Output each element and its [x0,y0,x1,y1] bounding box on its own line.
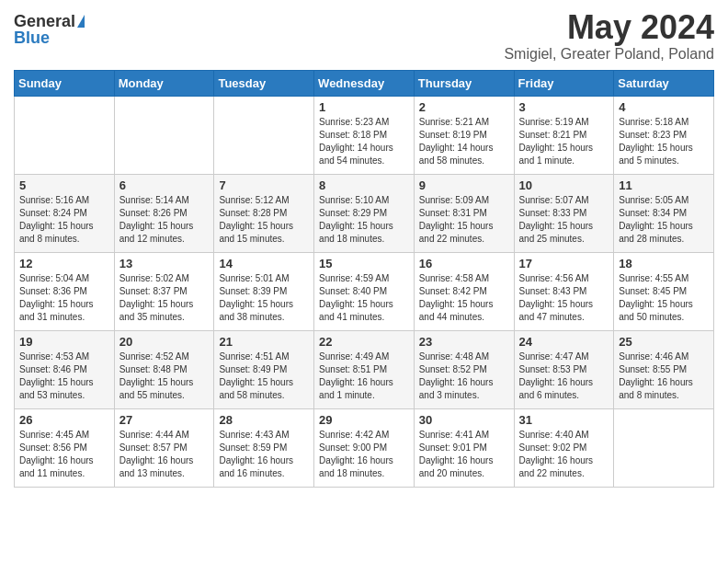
calendar-cell [15,96,115,174]
day-info: Sunrise: 4:45 AM Sunset: 8:56 PM Dayligh… [19,429,109,480]
day-number: 6 [119,178,210,192]
month-title: May 2024 [504,9,714,46]
calendar-cell: 17Sunrise: 4:56 AM Sunset: 8:43 PM Dayli… [514,252,614,330]
col-friday: Friday [514,70,614,96]
logo-triangle-icon [77,15,85,28]
calendar-cell: 9Sunrise: 5:09 AM Sunset: 8:31 PM Daylig… [414,174,514,252]
calendar-cell: 22Sunrise: 4:49 AM Sunset: 8:51 PM Dayli… [314,330,415,408]
calendar-week-5: 26Sunrise: 4:45 AM Sunset: 8:56 PM Dayli… [15,408,714,487]
day-number: 29 [319,413,409,427]
day-number: 20 [119,335,210,349]
day-number: 12 [19,257,109,270]
day-info: Sunrise: 5:18 AM Sunset: 8:23 PM Dayligh… [619,116,709,167]
calendar-cell [214,96,314,174]
day-number: 13 [119,257,210,270]
day-number: 7 [219,178,309,192]
day-number: 18 [619,257,709,270]
location-title: Smigiel, Greater Poland, Poland [504,46,714,63]
calendar-cell: 24Sunrise: 4:47 AM Sunset: 8:53 PM Dayli… [514,330,614,408]
calendar-cell: 5Sunrise: 5:16 AM Sunset: 8:24 PM Daylig… [15,174,115,252]
calendar-week-1: 1Sunrise: 5:23 AM Sunset: 8:18 PM Daylig… [15,96,714,174]
day-number: 15 [319,257,409,270]
day-info: Sunrise: 5:10 AM Sunset: 8:29 PM Dayligh… [319,194,409,246]
day-number: 17 [519,257,609,270]
day-number: 14 [219,257,309,270]
col-wednesday: Wednesday [314,70,415,96]
calendar-week-4: 19Sunrise: 4:53 AM Sunset: 8:46 PM Dayli… [15,330,714,408]
calendar-cell: 18Sunrise: 4:55 AM Sunset: 8:45 PM Dayli… [614,252,714,330]
calendar-cell: 29Sunrise: 4:42 AM Sunset: 9:00 PM Dayli… [314,408,415,487]
day-number: 31 [519,413,609,427]
day-info: Sunrise: 5:19 AM Sunset: 8:21 PM Dayligh… [519,116,609,167]
day-number: 9 [419,178,509,192]
day-info: Sunrise: 4:59 AM Sunset: 8:40 PM Dayligh… [319,272,409,324]
calendar-cell [614,408,714,487]
day-info: Sunrise: 4:52 AM Sunset: 8:48 PM Dayligh… [119,350,210,402]
calendar-cell: 27Sunrise: 4:44 AM Sunset: 8:57 PM Dayli… [114,408,214,487]
calendar-cell: 20Sunrise: 4:52 AM Sunset: 8:48 PM Dayli… [114,330,214,408]
calendar-week-2: 5Sunrise: 5:16 AM Sunset: 8:24 PM Daylig… [15,174,714,252]
day-info: Sunrise: 4:58 AM Sunset: 8:42 PM Dayligh… [419,272,509,324]
calendar-cell: 7Sunrise: 5:12 AM Sunset: 8:28 PM Daylig… [214,174,314,252]
calendar-cell: 6Sunrise: 5:14 AM Sunset: 8:26 PM Daylig… [114,174,214,252]
col-tuesday: Tuesday [214,70,314,96]
day-info: Sunrise: 5:01 AM Sunset: 8:39 PM Dayligh… [219,272,309,324]
day-info: Sunrise: 5:07 AM Sunset: 8:33 PM Dayligh… [519,194,609,246]
day-info: Sunrise: 4:43 AM Sunset: 8:59 PM Dayligh… [219,429,309,480]
logo-general-text: General [14,13,75,29]
calendar-header-row: Sunday Monday Tuesday Wednesday Thursday… [15,70,714,96]
day-number: 24 [519,335,609,349]
day-info: Sunrise: 4:49 AM Sunset: 8:51 PM Dayligh… [319,350,409,402]
day-number: 4 [619,100,709,114]
day-info: Sunrise: 5:21 AM Sunset: 8:19 PM Dayligh… [419,116,509,167]
day-number: 25 [619,335,709,349]
day-info: Sunrise: 4:44 AM Sunset: 8:57 PM Dayligh… [119,429,210,480]
calendar-cell: 21Sunrise: 4:51 AM Sunset: 8:49 PM Dayli… [214,330,314,408]
day-number: 2 [419,100,509,114]
calendar-cell: 14Sunrise: 5:01 AM Sunset: 8:39 PM Dayli… [214,252,314,330]
day-number: 23 [419,335,509,349]
logo-blue-text: Blue [14,29,50,46]
day-info: Sunrise: 5:04 AM Sunset: 8:36 PM Dayligh… [19,272,109,324]
day-info: Sunrise: 4:48 AM Sunset: 8:52 PM Dayligh… [419,350,509,402]
day-info: Sunrise: 4:56 AM Sunset: 8:43 PM Dayligh… [519,272,609,324]
day-info: Sunrise: 5:16 AM Sunset: 8:24 PM Dayligh… [19,194,109,246]
calendar-table: Sunday Monday Tuesday Wednesday Thursday… [14,70,714,488]
day-number: 1 [319,100,409,114]
calendar-cell: 31Sunrise: 4:40 AM Sunset: 9:02 PM Dayli… [514,408,614,487]
title-area: May 2024 Smigiel, Greater Poland, Poland [504,9,714,63]
day-info: Sunrise: 4:46 AM Sunset: 8:55 PM Dayligh… [619,350,709,402]
calendar-cell: 11Sunrise: 5:05 AM Sunset: 8:34 PM Dayli… [614,174,714,252]
calendar-cell: 2Sunrise: 5:21 AM Sunset: 8:19 PM Daylig… [414,96,514,174]
calendar-cell: 10Sunrise: 5:07 AM Sunset: 8:33 PM Dayli… [514,174,614,252]
calendar-cell: 26Sunrise: 4:45 AM Sunset: 8:56 PM Dayli… [15,408,115,487]
day-number: 26 [19,413,109,427]
calendar-cell: 19Sunrise: 4:53 AM Sunset: 8:46 PM Dayli… [15,330,115,408]
day-info: Sunrise: 5:09 AM Sunset: 8:31 PM Dayligh… [419,194,509,246]
day-number: 21 [219,335,309,349]
calendar-week-3: 12Sunrise: 5:04 AM Sunset: 8:36 PM Dayli… [15,252,714,330]
day-info: Sunrise: 4:51 AM Sunset: 8:49 PM Dayligh… [219,350,309,402]
calendar-cell: 30Sunrise: 4:41 AM Sunset: 9:01 PM Dayli… [414,408,514,487]
calendar-cell: 3Sunrise: 5:19 AM Sunset: 8:21 PM Daylig… [514,96,614,174]
day-number: 30 [419,413,509,427]
col-sunday: Sunday [15,70,115,96]
col-saturday: Saturday [614,70,714,96]
logo: General Blue [14,9,85,46]
day-info: Sunrise: 4:40 AM Sunset: 9:02 PM Dayligh… [519,429,609,480]
day-number: 10 [519,178,609,192]
day-info: Sunrise: 4:53 AM Sunset: 8:46 PM Dayligh… [19,350,109,402]
calendar-cell: 8Sunrise: 5:10 AM Sunset: 8:29 PM Daylig… [314,174,415,252]
day-info: Sunrise: 4:42 AM Sunset: 9:00 PM Dayligh… [319,429,409,480]
day-info: Sunrise: 5:23 AM Sunset: 8:18 PM Dayligh… [319,116,409,167]
day-info: Sunrise: 5:02 AM Sunset: 8:37 PM Dayligh… [119,272,210,324]
calendar-cell: 15Sunrise: 4:59 AM Sunset: 8:40 PM Dayli… [314,252,415,330]
header: General Blue May 2024 Smigiel, Greater P… [14,9,714,63]
calendar-cell: 28Sunrise: 4:43 AM Sunset: 8:59 PM Dayli… [214,408,314,487]
day-info: Sunrise: 5:12 AM Sunset: 8:28 PM Dayligh… [219,194,309,246]
calendar-cell: 13Sunrise: 5:02 AM Sunset: 8:37 PM Dayli… [114,252,214,330]
calendar-cell: 12Sunrise: 5:04 AM Sunset: 8:36 PM Dayli… [15,252,115,330]
calendar-cell [114,96,214,174]
day-info: Sunrise: 4:47 AM Sunset: 8:53 PM Dayligh… [519,350,609,402]
day-info: Sunrise: 4:41 AM Sunset: 9:01 PM Dayligh… [419,429,509,480]
